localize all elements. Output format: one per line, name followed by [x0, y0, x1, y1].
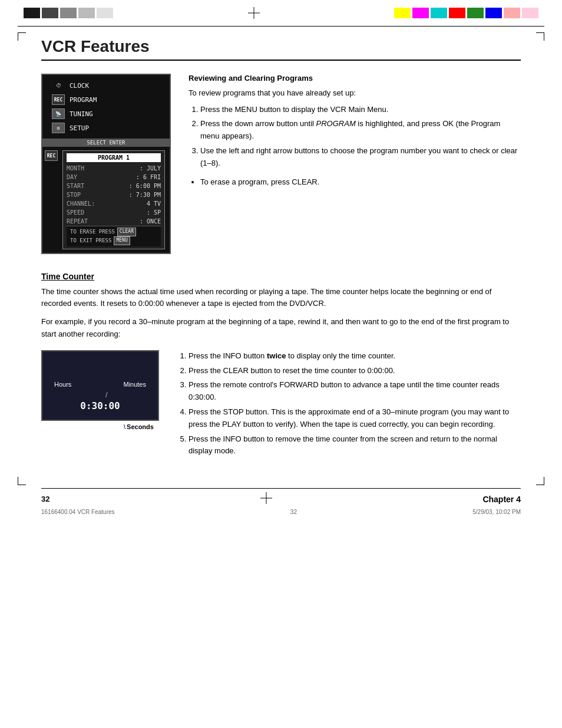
center-crosshair — [125, 7, 382, 19]
reviewing-intro: To review programs that you have already… — [189, 87, 521, 99]
bar-pink — [504, 8, 520, 18]
reviewing-heading: Reviewing and Clearing Programs — [189, 74, 521, 83]
bar-red — [449, 8, 465, 18]
tuning-icon: 📡 — [52, 108, 65, 119]
time-counter-layout: Hours Minutes / 0:30:00 \ Seconds — [41, 350, 521, 465]
footer-chapter: Chapter 4 — [482, 495, 521, 504]
reviewing-section: Reviewing and Clearing Programs To revie… — [189, 74, 521, 254]
vcr-menu-top: ⏱ CLOCK REC PROGRAM 📡 TUNING ⚙ — [42, 75, 170, 139]
footer-page-num: 32 — [290, 509, 297, 515]
select-bar: SELECT ENTER — [42, 139, 170, 147]
color-bars-right — [394, 8, 538, 18]
slash-indicator-top: / — [92, 390, 107, 399]
tc-step-3: Press the remote control's FORWARD butto… — [189, 379, 521, 404]
day-value: : 6 FRI — [136, 173, 161, 182]
prog-row-day: DAY : 6 FRI — [67, 173, 161, 182]
vcr-menu-program: REC PROGRAM — [47, 93, 165, 107]
time-counter-title: Time Counter — [41, 272, 521, 281]
hint-exit-text: TO EXIT PRESS — [70, 236, 111, 245]
vcr-menu-clock: ⏱ CLOCK — [47, 78, 165, 93]
tc-steps-list: Press the INFO button twice to display o… — [177, 350, 521, 457]
program-label: PROGRAM — [70, 96, 97, 104]
setup-label: SETUP — [70, 124, 89, 132]
crosshair-symbol — [248, 7, 260, 19]
bar-3 — [60, 8, 77, 18]
program-rec-icon: REC — [45, 150, 58, 161]
page-footer: 32 Chapter 4 — [41, 488, 521, 506]
day-label: DAY — [67, 173, 77, 182]
footer-page-number: 32 — [41, 495, 49, 503]
hours-label: Hours — [54, 381, 71, 388]
select-bar-text: SELECT ENTER — [87, 140, 125, 146]
slash-seconds: \ — [124, 423, 125, 430]
start-label: START — [67, 182, 84, 190]
footer-crosshair — [260, 492, 272, 506]
vcr-menu-tuning: 📡 TUNING — [47, 107, 165, 121]
vcr-menu-box: ⏱ CLOCK REC PROGRAM 📡 TUNING ⚙ — [41, 74, 171, 254]
stop-value: : 7:30 PM — [129, 190, 161, 199]
bar-2 — [42, 8, 58, 18]
reviewing-steps: Press the MENU button to display the VCR… — [189, 104, 521, 170]
bar-1 — [24, 8, 40, 18]
rec-icon: REC — [52, 94, 65, 105]
hint-exit: TO EXIT PRESS MENU — [70, 236, 157, 245]
repeat-value: : ONCE — [140, 217, 161, 226]
clock-label: CLOCK — [70, 82, 89, 90]
start-value: : 6:00 PM — [129, 182, 161, 190]
time-counter-steps: Press the INFO button twice to display o… — [177, 350, 521, 465]
speed-label: SPEED — [67, 208, 84, 217]
main-section: ⏱ CLOCK REC PROGRAM 📡 TUNING ⚙ — [41, 74, 521, 254]
seconds-label: Seconds — [127, 423, 154, 430]
time-display: 0:30:00 — [80, 400, 120, 411]
bar-lightpink — [522, 8, 538, 18]
seconds-area: \ Seconds — [124, 423, 154, 430]
footer-date: 5/29/03, 10:02 PM — [472, 509, 521, 515]
step-3: Use the left and right arrow buttons to … — [200, 145, 521, 170]
hint-erase: TO ERASE PRESS CLEAR — [70, 228, 157, 236]
time-counter-para1: The time counter shows the actual time u… — [41, 286, 521, 311]
vcr-menu-setup: ⚙ SETUP — [47, 121, 165, 135]
tc-step-1: Press the INFO button twice to display o… — [189, 350, 521, 363]
diagram-container: Hours Minutes / 0:30:00 \ Seconds — [41, 350, 159, 430]
bar-5 — [97, 8, 113, 18]
program-title: PROGRAM 1 — [67, 153, 161, 162]
prog-row-speed: SPEED : SP — [67, 208, 161, 217]
color-bar-row — [0, 0, 562, 26]
clock-icon: ⏱ — [52, 80, 65, 91]
month-value: : JULY — [140, 164, 161, 173]
time-counter-diagram: Hours Minutes / 0:30:00 — [41, 350, 159, 421]
bullet-erase: To erase a program, press CLEAR. — [200, 176, 521, 189]
vcr-menu-screenshot: ⏱ CLOCK REC PROGRAM 📡 TUNING ⚙ — [41, 74, 171, 254]
footer-crosshair-symbol — [260, 492, 272, 504]
bar-magenta — [412, 8, 429, 18]
vcr-program-area: REC PROGRAM 1 MONTH : JULY DAY : 6 FRI — [42, 147, 170, 253]
speed-value: : SP — [147, 208, 161, 217]
bar-cyan — [431, 8, 447, 18]
footer-meta: 16166400.04 VCR Features 32 5/29/03, 10:… — [41, 509, 521, 515]
footer-file: 16166400.04 VCR Features — [41, 509, 115, 515]
vcr-bottom-hints: TO ERASE PRESS CLEAR TO EXIT PRESS MENU — [67, 226, 161, 246]
tc-step-5: Press the INFO button to remove the time… — [189, 433, 521, 458]
menu-btn: MENU — [114, 236, 130, 245]
prog-row-month: MONTH : JULY — [67, 164, 161, 173]
channel-value: 4 TV — [147, 199, 161, 208]
color-bars-left — [24, 8, 113, 18]
clear-btn: CLEAR — [117, 228, 136, 236]
page-title: VCR Features — [41, 27, 521, 61]
bar-green — [467, 8, 484, 18]
month-label: MONTH — [67, 164, 84, 173]
time-counter-section: Time Counter The time counter shows the … — [41, 272, 521, 465]
tc-step-4: Press the STOP button. This is the appro… — [189, 406, 521, 431]
tc-step-2: Press the CLEAR button to reset the time… — [189, 365, 521, 377]
step-1: Press the MENU button to display the VCR… — [200, 104, 521, 116]
bar-yellow — [394, 8, 411, 18]
minutes-label: Minutes — [123, 381, 146, 388]
channel-label: CHANNEL: — [67, 199, 95, 208]
page-content: VCR Features ⏱ CLOCK REC PROGRAM — [0, 27, 562, 465]
prog-row-channel: CHANNEL: 4 TV — [67, 199, 161, 208]
bar-blue — [485, 8, 502, 18]
prog-row-repeat: REPEAT : ONCE — [67, 217, 161, 226]
time-counter-para2: For example, if you record a 30–minute p… — [41, 316, 521, 341]
stop-label: STOP — [67, 190, 81, 199]
tuning-label: TUNING — [70, 110, 93, 118]
